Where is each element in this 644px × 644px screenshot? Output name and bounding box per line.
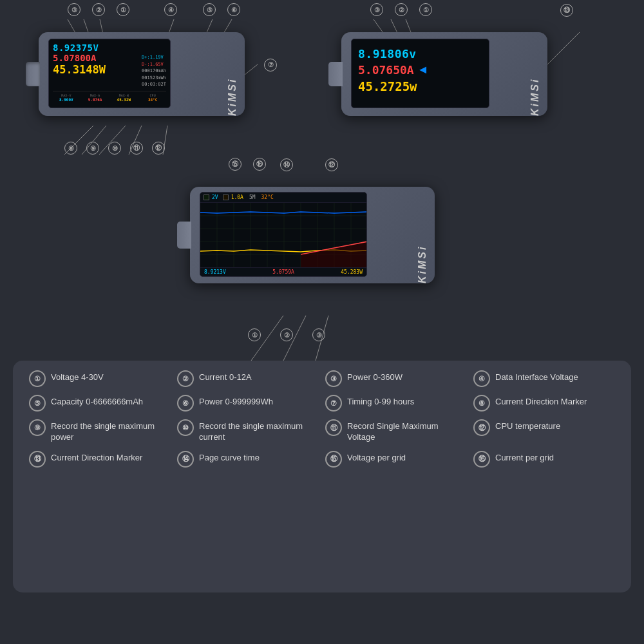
device2: ③ ② ① ⑬ 8.91806v 5.07650A ◄ 45.2725w <box>341 32 547 116</box>
legend-text-10: Record the single maximum current <box>199 419 319 443</box>
current-d3: 5.0759A <box>272 269 294 275</box>
legend-item-12: ⑫ CPU temperature <box>473 419 615 443</box>
ann-num-6-d1: ⑥ <box>227 3 240 16</box>
stat-maxv: MAX-V 8.900V <box>53 93 80 102</box>
stat-maxw: MAX-W 45.32W <box>111 93 138 102</box>
brand-d1: KiMSi <box>227 32 238 116</box>
legend-num-2: ② <box>177 370 194 387</box>
current-d1: 5.07800A <box>53 53 106 63</box>
legend-section: ① Voltage 4-30V ② Current 0-12A ③ Power … <box>13 361 631 592</box>
legend-text-5: Capacity 0-6666666mAh <box>51 395 143 408</box>
legend-num-5: ⑤ <box>29 395 46 412</box>
legend-text-13: Current Direction Marker <box>51 451 142 464</box>
legend-item-1: ① Voltage 4-30V <box>29 370 171 387</box>
legend-text-14: Page curve time <box>199 451 260 464</box>
power-d3: 45.283W <box>341 269 363 275</box>
legend-num-10: ⑩ <box>177 419 194 436</box>
legend-num-13: ⑬ <box>29 451 46 468</box>
legend-item-16: ⑯ Current per grid <box>473 451 615 468</box>
ann-num-15-d3: ⑮ <box>229 158 242 171</box>
voltage-d2: 8.91806v <box>358 47 482 61</box>
ann-num-3-d1: ③ <box>68 3 80 16</box>
device3-body: 2V 1.0A 5M 32°C <box>190 187 435 283</box>
legend-num-6: ⑥ <box>177 395 194 412</box>
screen-d3: 2V 1.0A 5M 32°C <box>200 192 367 277</box>
stat-maxa: MAX-A 5.076A <box>82 93 109 102</box>
power-d1: 45.3148W <box>53 63 106 76</box>
ann-num-4-d1: ④ <box>164 3 177 16</box>
ann-num-12-d1: ⑫ <box>152 142 165 155</box>
usb-port-left-d1 <box>26 62 40 86</box>
graph-header: 2V 1.0A 5M 32°C <box>200 193 366 203</box>
legend-item-4: ④ Data Interface Voltage <box>473 370 615 387</box>
brand-d2: KiMSi <box>529 32 541 116</box>
legend-item-3: ③ Power 0-360W <box>325 370 467 387</box>
legend-text-8: Current Direction Marker <box>495 395 587 408</box>
voltage-d1: 8.92375V <box>53 43 166 53</box>
legend-num-15: ⑮ <box>325 451 342 468</box>
device2-body: 8.91806v 5.07650A ◄ 45.2725w KiMSi <box>341 32 547 116</box>
legend-text-9: Record the single maximum power <box>51 419 171 443</box>
usb-port-left-d3 <box>177 222 191 249</box>
legend-item-9: ⑨ Record the single maximum power <box>29 419 171 443</box>
legend-item-8: ⑧ Current Direction Marker <box>473 395 615 412</box>
legend-text-7: Timing 0-99 hours <box>347 395 414 408</box>
legend-num-8: ⑧ <box>473 395 490 412</box>
legend-num-11: ⑪ <box>325 419 342 436</box>
brand-d3: KiMSi <box>417 187 428 283</box>
legend-text-3: Power 0-360W <box>347 370 402 383</box>
ann-num-9-d1: ⑨ <box>86 142 99 155</box>
legend-item-11: ⑪ Record Single Maximum Voltage <box>325 419 467 443</box>
stat-cpu: CPU 34°C <box>139 93 166 102</box>
legend-text-1: Voltage 4-30V <box>51 370 104 383</box>
ann-num-11-d1: ⑪ <box>130 142 143 155</box>
ann-num-10-d1: ⑩ <box>108 142 121 155</box>
legend-text-16: Current per grid <box>495 451 554 464</box>
legend-num-7: ⑦ <box>325 395 342 412</box>
ann-num-1-d2: ① <box>419 3 432 16</box>
legend-text-4: Data Interface Voltage <box>495 370 578 383</box>
ann-num-2-d3: ② <box>280 328 293 341</box>
ann-num-13-d2: ⑬ <box>560 4 573 17</box>
ann-num-1-d1: ① <box>117 3 129 16</box>
side-data-d1: D+:1.19V D-:1.65V 000170mAh 001523mWh 00… <box>142 54 166 88</box>
legend-item-15: ⑮ Voltage per grid <box>325 451 467 468</box>
legend-text-12: CPU temperature <box>495 419 560 432</box>
screen-d1: 8.92375V 5.07800A 45.3148W D+:1.19V D-:1… <box>48 39 171 108</box>
legend-num-16: ⑯ <box>473 451 490 468</box>
ann-num-5-d1: ⑤ <box>203 3 216 16</box>
legend-item-5: ⑤ Capacity 0-6666666mAh <box>29 395 171 412</box>
device1: ③ ② ① ④ ⑤ ⑥ ⑦ ⑧ ⑨ ⑩ ⑪ ⑫ <box>39 32 245 116</box>
ann-num-8-d1: ⑧ <box>64 142 77 155</box>
ann-num-1-d3: ① <box>248 328 261 341</box>
legend-item-13: ⑬ Current Direction Marker <box>29 451 171 468</box>
ann-num-3-d3: ③ <box>312 328 325 341</box>
legend-text-2: Current 0-12A <box>199 370 252 383</box>
legend-item-7: ⑦ Timing 0-99 hours <box>325 395 467 412</box>
legend-text-15: Voltage per grid <box>347 451 406 464</box>
legend-num-3: ③ <box>325 370 342 387</box>
ann-num-2-d1: ② <box>92 3 105 16</box>
screen-d2: 8.91806v 5.07650A ◄ 45.2725w <box>351 39 489 108</box>
legend-grid: ① Voltage 4-30V ② Current 0-12A ③ Power … <box>29 370 615 468</box>
legend-text-11: Record Single Maximum Voltage <box>347 419 467 443</box>
usb-port-left-d2 <box>328 62 343 86</box>
power-d2: 45.2725w <box>358 79 482 93</box>
current-d2: 5.07650A <box>358 63 414 77</box>
legend-num-1: ① <box>29 370 46 387</box>
legend-num-4: ④ <box>473 370 490 387</box>
legend-item-10: ⑩ Record the single maximum current <box>177 419 319 443</box>
voltage-d3: 8.9213V <box>204 269 226 275</box>
legend-num-14: ⑭ <box>177 451 194 468</box>
legend-num-9: ⑨ <box>29 419 46 436</box>
legend-item-14: ⑭ Page curve time <box>177 451 319 468</box>
device1-body: 8.92375V 5.07800A 45.3148W D+:1.19V D-:1… <box>39 32 245 116</box>
ann-num-2-d2: ② <box>395 3 408 16</box>
legend-item-2: ② Current 0-12A <box>177 370 319 387</box>
legend-text-6: Power 0-999999Wh <box>199 395 273 408</box>
arrow-d2: ◄ <box>417 63 429 77</box>
ann-num-3-d2: ③ <box>370 3 383 16</box>
ann-num-14-d3: ⑭ <box>280 158 293 171</box>
legend-num-12: ⑫ <box>473 419 490 436</box>
ann-num-16-d3: ⑯ <box>253 158 266 171</box>
